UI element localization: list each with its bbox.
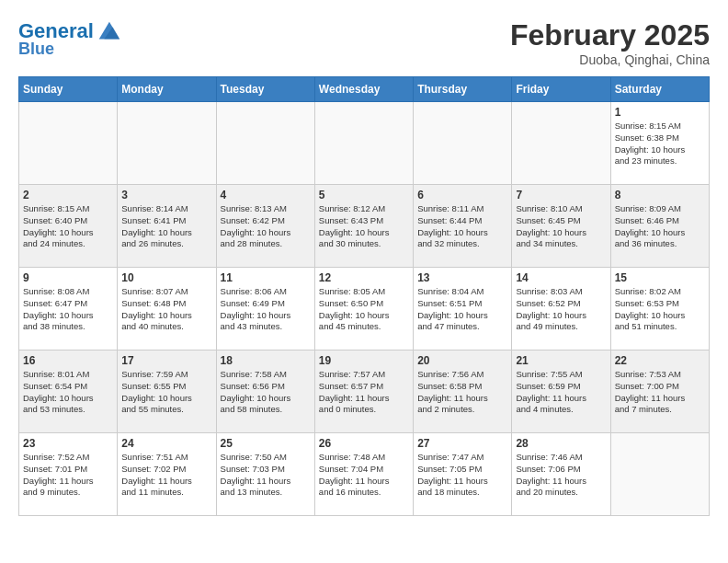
calendar-day-cell: 16Sunrise: 8:01 AM Sunset: 6:54 PM Dayli… [19,350,118,433]
day-number: 13 [417,271,507,284]
day-info: Sunrise: 7:51 AM Sunset: 7:02 PM Dayligh… [121,452,211,499]
calendar-day-cell [216,102,314,185]
calendar-day-cell [610,433,709,516]
day-info: Sunrise: 8:04 AM Sunset: 6:51 PM Dayligh… [417,286,507,333]
day-number: 5 [319,189,409,201]
weekday-header-tuesday: Tuesday [216,77,314,102]
day-info: Sunrise: 7:46 AM Sunset: 7:06 PM Dayligh… [516,452,606,499]
day-info: Sunrise: 8:11 AM Sunset: 6:44 PM Dayligh… [417,203,507,250]
day-info: Sunrise: 8:15 AM Sunset: 6:38 PM Dayligh… [615,121,705,167]
day-number: 27 [417,437,507,450]
day-info: Sunrise: 8:02 AM Sunset: 6:53 PM Dayligh… [615,286,705,333]
day-number: 28 [516,437,606,450]
calendar-week-row: 1Sunrise: 8:15 AM Sunset: 6:38 PM Daylig… [19,102,710,185]
calendar-day-cell: 12Sunrise: 8:05 AM Sunset: 6:50 PM Dayli… [314,268,413,350]
calendar-day-cell: 17Sunrise: 7:59 AM Sunset: 6:55 PM Dayli… [118,350,216,433]
calendar-week-row: 2Sunrise: 8:15 AM Sunset: 6:40 PM Daylig… [19,185,710,268]
day-info: Sunrise: 7:53 AM Sunset: 7:00 PM Dayligh… [615,369,705,416]
calendar-day-cell: 19Sunrise: 7:57 AM Sunset: 6:57 PM Dayli… [314,350,413,433]
calendar-day-cell: 28Sunrise: 7:46 AM Sunset: 7:06 PM Dayli… [512,433,610,516]
day-info: Sunrise: 7:55 AM Sunset: 6:59 PM Dayligh… [516,369,606,416]
day-info: Sunrise: 7:58 AM Sunset: 6:56 PM Dayligh… [221,369,311,416]
calendar-week-row: 9Sunrise: 8:08 AM Sunset: 6:47 PM Daylig… [19,268,710,350]
day-info: Sunrise: 8:15 AM Sunset: 6:40 PM Dayligh… [23,203,113,250]
calendar-day-cell: 13Sunrise: 8:04 AM Sunset: 6:51 PM Dayli… [414,268,512,350]
day-number: 6 [417,189,507,201]
day-number: 26 [319,437,409,450]
day-info: Sunrise: 8:14 AM Sunset: 6:41 PM Dayligh… [121,203,211,250]
day-info: Sunrise: 8:08 AM Sunset: 6:47 PM Dayligh… [23,286,113,333]
month-title: February 2025 [510,18,710,52]
logo: General Blue [18,18,121,59]
day-number: 19 [319,354,409,367]
weekday-header-sunday: Sunday [19,77,118,102]
day-number: 14 [516,271,606,284]
calendar-day-cell: 20Sunrise: 7:56 AM Sunset: 6:58 PM Dayli… [414,350,512,433]
weekday-header-saturday: Saturday [610,77,709,102]
calendar-day-cell: 18Sunrise: 7:58 AM Sunset: 6:56 PM Dayli… [216,350,314,433]
weekday-header-thursday: Thursday [414,77,512,102]
day-info: Sunrise: 8:13 AM Sunset: 6:42 PM Dayligh… [221,203,311,250]
calendar-day-cell: 11Sunrise: 8:06 AM Sunset: 6:49 PM Dayli… [216,268,314,350]
calendar-day-cell [314,102,413,185]
weekday-header-monday: Monday [118,77,216,102]
day-info: Sunrise: 7:52 AM Sunset: 7:01 PM Dayligh… [23,452,113,499]
weekday-header-row: SundayMondayTuesdayWednesdayThursdayFrid… [19,77,710,102]
calendar-day-cell: 25Sunrise: 7:50 AM Sunset: 7:03 PM Dayli… [216,433,314,516]
calendar-day-cell: 24Sunrise: 7:51 AM Sunset: 7:02 PM Dayli… [118,433,216,516]
day-number: 15 [615,271,705,284]
day-info: Sunrise: 7:50 AM Sunset: 7:03 PM Dayligh… [221,452,311,499]
calendar-table: SundayMondayTuesdayWednesdayThursdayFrid… [18,76,710,516]
calendar-day-cell: 21Sunrise: 7:55 AM Sunset: 6:59 PM Dayli… [512,350,610,433]
location: Duoba, Qinghai, China [510,52,710,67]
day-info: Sunrise: 8:12 AM Sunset: 6:43 PM Dayligh… [319,203,409,250]
day-number: 20 [417,354,507,367]
day-number: 16 [23,354,113,367]
calendar-day-cell [512,102,610,185]
day-number: 10 [121,271,211,284]
calendar-day-cell: 26Sunrise: 7:48 AM Sunset: 7:04 PM Dayli… [314,433,413,516]
day-number: 21 [516,354,606,367]
calendar-day-cell: 3Sunrise: 8:14 AM Sunset: 6:41 PM Daylig… [118,185,216,268]
day-info: Sunrise: 7:47 AM Sunset: 7:05 PM Dayligh… [417,452,507,499]
day-number: 11 [221,271,311,284]
day-info: Sunrise: 8:07 AM Sunset: 6:48 PM Dayligh… [121,286,211,333]
calendar-day-cell: 1Sunrise: 8:15 AM Sunset: 6:38 PM Daylig… [610,102,709,185]
calendar-week-row: 23Sunrise: 7:52 AM Sunset: 7:01 PM Dayli… [19,433,710,516]
day-info: Sunrise: 7:48 AM Sunset: 7:04 PM Dayligh… [319,452,409,499]
day-number: 22 [615,354,705,367]
calendar-day-cell: 14Sunrise: 8:03 AM Sunset: 6:52 PM Dayli… [512,268,610,350]
day-number: 7 [516,189,606,201]
calendar-day-cell [118,102,216,185]
calendar-day-cell: 4Sunrise: 8:13 AM Sunset: 6:42 PM Daylig… [216,185,314,268]
day-number: 2 [23,189,113,201]
calendar-day-cell: 15Sunrise: 8:02 AM Sunset: 6:53 PM Dayli… [610,268,709,350]
day-info: Sunrise: 8:06 AM Sunset: 6:49 PM Dayligh… [221,286,311,333]
calendar-week-row: 16Sunrise: 8:01 AM Sunset: 6:54 PM Dayli… [19,350,710,433]
day-number: 9 [23,271,113,284]
day-number: 12 [319,271,409,284]
day-number: 24 [121,437,211,450]
calendar-day-cell: 9Sunrise: 8:08 AM Sunset: 6:47 PM Daylig… [19,268,118,350]
calendar-day-cell: 2Sunrise: 8:15 AM Sunset: 6:40 PM Daylig… [19,185,118,268]
calendar-day-cell: 6Sunrise: 8:11 AM Sunset: 6:44 PM Daylig… [414,185,512,268]
weekday-header-friday: Friday [512,77,610,102]
day-number: 8 [615,189,705,201]
calendar-day-cell [19,102,118,185]
day-info: Sunrise: 8:01 AM Sunset: 6:54 PM Dayligh… [23,369,113,416]
day-info: Sunrise: 7:57 AM Sunset: 6:57 PM Dayligh… [319,369,409,416]
page-header: General Blue February 2025 Duoba, Qingha… [18,18,710,67]
day-number: 25 [221,437,311,450]
day-info: Sunrise: 7:56 AM Sunset: 6:58 PM Dayligh… [417,369,507,416]
day-number: 3 [121,189,211,201]
day-number: 4 [221,189,311,201]
day-info: Sunrise: 7:59 AM Sunset: 6:55 PM Dayligh… [121,369,211,416]
day-number: 23 [23,437,113,450]
day-number: 17 [121,354,211,367]
day-info: Sunrise: 8:03 AM Sunset: 6:52 PM Dayligh… [516,286,606,333]
weekday-header-wednesday: Wednesday [314,77,413,102]
day-info: Sunrise: 8:10 AM Sunset: 6:45 PM Dayligh… [516,203,606,250]
logo-icon [96,18,121,44]
day-number: 1 [615,106,705,119]
day-info: Sunrise: 8:09 AM Sunset: 6:46 PM Dayligh… [615,203,705,250]
